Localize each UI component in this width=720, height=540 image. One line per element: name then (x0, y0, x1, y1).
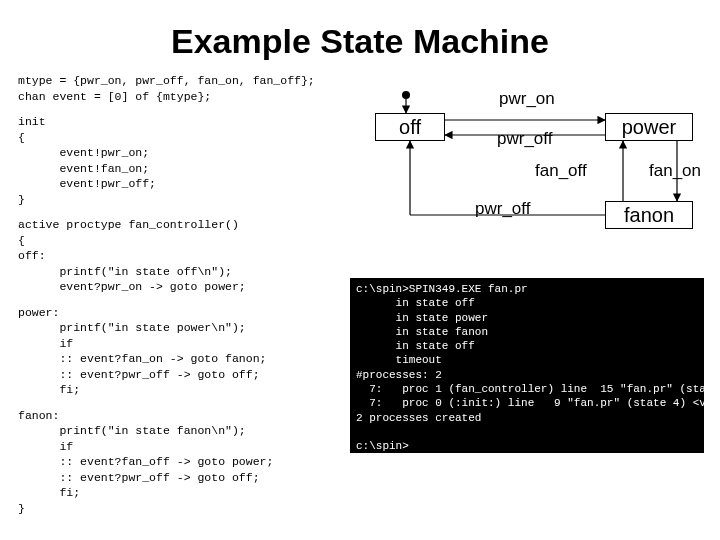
state-power: power (605, 113, 693, 141)
edge-label-pwr-off: pwr_off (497, 129, 552, 149)
state-fanon: fanon (605, 201, 693, 229)
edge-label-pwr-on: pwr_on (499, 89, 555, 109)
page-title: Example State Machine (0, 0, 720, 73)
start-dot-icon (402, 91, 410, 99)
content-area: mtype = {pwr_on, pwr_off, fan_on, fan_of… (0, 73, 720, 516)
edge-label-fan-on: fan_on (649, 161, 701, 181)
state-off: off (375, 113, 445, 141)
terminal-output: c:\spin>SPIN349.EXE fan.pr in state off … (350, 278, 704, 453)
state-diagram: off power fanon pwr_on pwr_off fan_off f… (355, 73, 705, 253)
edge-label-fan-off: fan_off (535, 161, 587, 181)
edge-label-pwr-off-2: pwr_off (475, 199, 530, 219)
